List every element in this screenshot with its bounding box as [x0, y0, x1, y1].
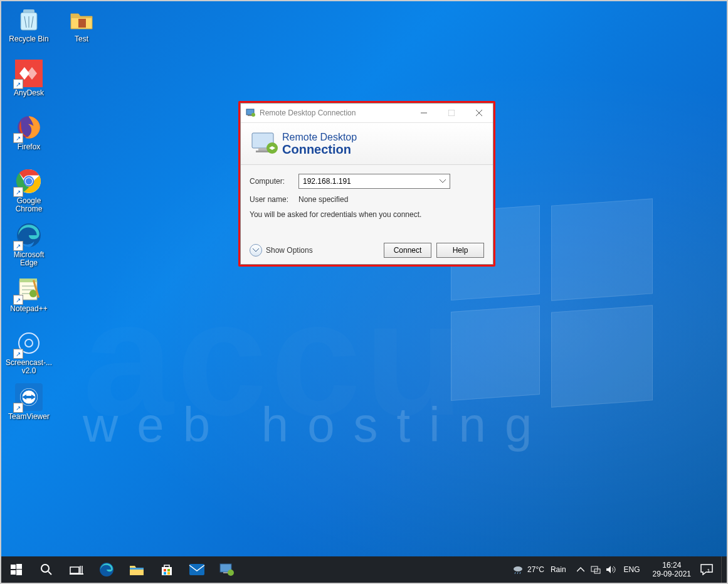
desktop[interactable]: accu web hosting Recycle Bin ↗ AnyDesk ↗… — [1, 1, 727, 556]
rdc-app-icon — [246, 108, 256, 118]
banner-line2: Connection — [282, 143, 357, 156]
taskbar[interactable]: 27°C Rain ENG 16:24 29-09-2021 1 — [1, 556, 727, 583]
desktop-icon-label: Microsoft Edge — [5, 251, 53, 267]
desktop-icon-label: Notepad++ — [10, 305, 47, 313]
taskbar-store-icon[interactable] — [152, 556, 182, 583]
svg-rect-16 — [78, 19, 86, 28]
svg-rect-28 — [11, 570, 16, 575]
notif-count: 1 — [707, 568, 710, 574]
svg-rect-34 — [130, 568, 144, 570]
desktop-icon-teamviewer[interactable]: ↗ TeamViewer — [5, 383, 53, 433]
svg-rect-37 — [164, 572, 166, 575]
desktop-icon-label: AnyDesk — [14, 89, 44, 97]
desktop-icon-chrome[interactable]: ↗ Google Chrome — [5, 167, 53, 217]
computer-combo[interactable]: 192.168.1.191 — [298, 174, 450, 189]
task-view-button[interactable] — [61, 556, 92, 583]
desktop-icon-label: Recycle Bin — [9, 35, 48, 43]
show-options-toggle[interactable]: Show Options — [250, 244, 313, 257]
svg-rect-32 — [70, 573, 83, 575]
desktop-icon-label: Test — [75, 35, 88, 43]
tray-volume-icon[interactable] — [605, 564, 616, 575]
svg-rect-39 — [189, 564, 204, 575]
chevron-down-icon — [250, 244, 262, 257]
tray-language[interactable]: ENG — [620, 565, 644, 574]
highlight-frame: Remote Desktop Connection Remote Desktop… — [238, 101, 495, 267]
start-button[interactable] — [1, 556, 31, 583]
tray-time: 16:24 — [653, 561, 691, 570]
tray-chevron-up-icon[interactable] — [575, 564, 586, 575]
desktop-icon-screencast[interactable]: ↗ Screencast-... v2.0 — [5, 329, 53, 379]
rdc-banner: Remote Desktop Connection — [241, 123, 493, 165]
window-title: Remote Desktop Connection — [260, 109, 410, 117]
minimize-button[interactable] — [410, 104, 438, 122]
search-button[interactable] — [31, 556, 61, 583]
svg-rect-35 — [164, 569, 166, 571]
svg-rect-20 — [448, 110, 455, 116]
svg-rect-38 — [167, 572, 170, 575]
tray-network-icon[interactable] — [590, 564, 601, 575]
banner-line1: Remote Desktop — [282, 132, 357, 143]
desktop-icon-label: Screencast-... v2.0 — [5, 359, 53, 375]
desktop-icon-label: Firefox — [18, 143, 41, 151]
desktop-icon-firefox[interactable]: ↗ Firefox — [5, 113, 53, 163]
svg-rect-41 — [223, 572, 228, 573]
taskbar-rdc-icon[interactable] — [212, 556, 242, 583]
connect-button[interactable]: Connect — [384, 243, 431, 258]
tray-clock[interactable]: 16:24 29-09-2021 — [648, 561, 696, 578]
username-value: None specified — [298, 195, 348, 204]
computer-value: 192.168.1.191 — [303, 177, 351, 186]
title-bar[interactable]: Remote Desktop Connection — [241, 104, 493, 123]
credentials-hint: You will be asked for credentials when y… — [250, 210, 484, 219]
chevron-down-icon[interactable] — [438, 177, 447, 186]
weather-icon — [512, 564, 524, 575]
computer-label: Computer: — [250, 177, 292, 186]
desktop-icon-test-folder[interactable]: Test — [58, 5, 105, 55]
svg-point-12 — [25, 339, 33, 347]
svg-rect-1 — [23, 9, 34, 13]
svg-point-42 — [228, 570, 234, 576]
watermark-sub: web hosting — [83, 396, 551, 454]
desktop-icon-edge[interactable]: ↗ Microsoft Edge — [5, 221, 53, 271]
svg-point-19 — [251, 113, 255, 117]
svg-rect-26 — [11, 565, 16, 569]
svg-rect-27 — [16, 564, 22, 569]
tray-date: 29-09-2021 — [653, 570, 691, 578]
svg-rect-31 — [70, 567, 79, 573]
maximize-button[interactable] — [438, 104, 465, 122]
weather-widget[interactable]: 27°C Rain — [512, 564, 566, 575]
svg-point-6 — [26, 178, 33, 185]
svg-rect-29 — [16, 570, 22, 575]
rdc-window[interactable]: Remote Desktop Connection Remote Desktop… — [240, 103, 493, 265]
weather-temp: 27°C — [527, 565, 544, 574]
desktop-icon-recycle-bin[interactable]: Recycle Bin — [5, 5, 53, 55]
show-options-label: Show Options — [266, 246, 313, 255]
action-center-button[interactable]: 1 — [700, 556, 717, 583]
svg-point-43 — [514, 566, 522, 571]
svg-point-30 — [41, 565, 49, 572]
desktop-icon-label: Google Chrome — [5, 197, 53, 213]
taskbar-edge-icon[interactable] — [92, 556, 122, 583]
taskbar-mail-icon[interactable] — [182, 556, 212, 583]
username-label: User name: — [250, 195, 292, 204]
weather-cond: Rain — [551, 565, 566, 574]
show-desktop-button[interactable] — [721, 556, 725, 583]
help-button[interactable]: Help — [436, 243, 484, 258]
desktop-icon-anydesk[interactable]: ↗ AnyDesk — [5, 59, 53, 109]
close-button[interactable] — [465, 104, 493, 122]
svg-rect-15 — [26, 396, 32, 398]
desktop-icon-notepadpp[interactable]: ↗ Notepad++ — [5, 275, 53, 325]
taskbar-explorer-icon[interactable] — [122, 556, 152, 583]
svg-rect-36 — [167, 569, 170, 571]
desktop-icon-label: TeamViewer — [8, 413, 50, 421]
rdc-banner-icon — [250, 130, 276, 157]
svg-rect-23 — [258, 148, 267, 151]
